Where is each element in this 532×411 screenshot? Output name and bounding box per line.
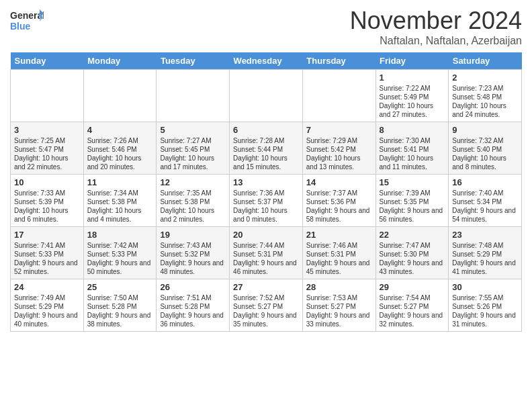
calendar-cell: 18Sunrise: 7:42 AMSunset: 5:33 PMDayligh… (83, 227, 157, 279)
day-number: 22 (380, 230, 445, 240)
day-number: 12 (160, 177, 226, 187)
cell-info: Sunrise: 7:28 AMSunset: 5:44 PMDaylight:… (233, 136, 299, 171)
cell-info: Sunrise: 7:26 AMSunset: 5:46 PMDaylight:… (87, 136, 153, 171)
calendar-cell: 3Sunrise: 7:25 AMSunset: 5:47 PMDaylight… (11, 122, 84, 175)
header-sunday: Sunday (11, 52, 84, 70)
calendar-header-row: Sunday Monday Tuesday Wednesday Thursday… (11, 52, 522, 70)
cell-info: Sunrise: 7:43 AMSunset: 5:32 PMDaylight:… (160, 241, 226, 276)
day-number: 5 (160, 125, 226, 135)
calendar-cell: 16Sunrise: 7:40 AMSunset: 5:34 PMDayligh… (449, 175, 522, 227)
calendar-cell (83, 70, 157, 122)
cell-info: Sunrise: 7:35 AMSunset: 5:38 PMDaylight:… (160, 189, 226, 224)
calendar-cell: 12Sunrise: 7:35 AMSunset: 5:38 PMDayligh… (157, 175, 230, 227)
calendar-cell: 20Sunrise: 7:44 AMSunset: 5:31 PMDayligh… (230, 227, 303, 279)
day-number: 8 (380, 125, 445, 135)
calendar-cell: 26Sunrise: 7:51 AMSunset: 5:28 PMDayligh… (157, 279, 230, 332)
logo-icon: General Blue (10, 7, 44, 35)
cell-info: Sunrise: 7:34 AMSunset: 5:38 PMDaylight:… (87, 189, 153, 224)
calendar-cell: 13Sunrise: 7:36 AMSunset: 5:37 PMDayligh… (230, 175, 303, 227)
cell-info: Sunrise: 7:30 AMSunset: 5:41 PMDaylight:… (380, 136, 445, 171)
cell-info: Sunrise: 7:39 AMSunset: 5:35 PMDaylight:… (380, 189, 445, 224)
cell-info: Sunrise: 7:29 AMSunset: 5:42 PMDaylight:… (306, 136, 372, 171)
day-number: 27 (233, 282, 299, 292)
day-number: 20 (233, 230, 299, 240)
cell-info: Sunrise: 7:52 AMSunset: 5:27 PMDaylight:… (233, 293, 299, 328)
svg-text:Blue: Blue (10, 21, 31, 32)
calendar-cell: 15Sunrise: 7:39 AMSunset: 5:35 PMDayligh… (375, 175, 449, 227)
calendar-cell: 28Sunrise: 7:53 AMSunset: 5:27 PMDayligh… (302, 279, 375, 332)
day-number: 30 (452, 282, 518, 292)
day-number: 16 (452, 177, 518, 187)
day-number: 1 (380, 73, 445, 83)
calendar-cell: 4Sunrise: 7:26 AMSunset: 5:46 PMDaylight… (83, 122, 157, 175)
logo: General Blue (10, 7, 44, 35)
header-wednesday: Wednesday (230, 52, 303, 70)
cell-info: Sunrise: 7:23 AMSunset: 5:48 PMDaylight:… (452, 84, 518, 119)
cell-info: Sunrise: 7:37 AMSunset: 5:36 PMDaylight:… (306, 189, 372, 224)
calendar-cell: 25Sunrise: 7:50 AMSunset: 5:28 PMDayligh… (83, 279, 157, 332)
day-number: 13 (233, 177, 299, 187)
calendar-cell: 9Sunrise: 7:32 AMSunset: 5:40 PMDaylight… (449, 122, 522, 175)
day-number: 18 (87, 230, 153, 240)
calendar-week-row: 3Sunrise: 7:25 AMSunset: 5:47 PMDaylight… (11, 122, 522, 175)
svg-text:General: General (10, 10, 44, 21)
cell-info: Sunrise: 7:49 AMSunset: 5:29 PMDaylight:… (14, 293, 80, 328)
cell-info: Sunrise: 7:42 AMSunset: 5:33 PMDaylight:… (87, 241, 153, 276)
calendar-cell: 29Sunrise: 7:54 AMSunset: 5:27 PMDayligh… (375, 279, 449, 332)
header-friday: Friday (375, 52, 449, 70)
calendar-cell: 2Sunrise: 7:23 AMSunset: 5:48 PMDaylight… (449, 70, 522, 122)
page-container: General Blue November 2024 Naftalan, Naf… (0, 0, 532, 338)
location-title: Naftalan, Naftalan, Azerbaijan (350, 35, 522, 47)
calendar-cell: 5Sunrise: 7:27 AMSunset: 5:45 PMDaylight… (157, 122, 230, 175)
cell-info: Sunrise: 7:47 AMSunset: 5:30 PMDaylight:… (380, 241, 445, 276)
cell-info: Sunrise: 7:40 AMSunset: 5:34 PMDaylight:… (452, 189, 518, 224)
day-number: 17 (14, 230, 80, 240)
day-number: 29 (380, 282, 445, 292)
day-number: 7 (306, 125, 372, 135)
header-monday: Monday (83, 52, 157, 70)
day-number: 10 (14, 177, 80, 187)
calendar-cell: 17Sunrise: 7:41 AMSunset: 5:33 PMDayligh… (11, 227, 84, 279)
calendar-cell: 8Sunrise: 7:30 AMSunset: 5:41 PMDaylight… (375, 122, 449, 175)
calendar-cell (302, 70, 375, 122)
cell-info: Sunrise: 7:50 AMSunset: 5:28 PMDaylight:… (87, 293, 153, 328)
day-number: 28 (306, 282, 372, 292)
calendar-cell: 1Sunrise: 7:22 AMSunset: 5:49 PMDaylight… (375, 70, 449, 122)
calendar-cell: 21Sunrise: 7:46 AMSunset: 5:31 PMDayligh… (302, 227, 375, 279)
calendar-cell: 10Sunrise: 7:33 AMSunset: 5:39 PMDayligh… (11, 175, 84, 227)
calendar-cell: 23Sunrise: 7:48 AMSunset: 5:29 PMDayligh… (449, 227, 522, 279)
cell-info: Sunrise: 7:44 AMSunset: 5:31 PMDaylight:… (233, 241, 299, 276)
cell-info: Sunrise: 7:55 AMSunset: 5:26 PMDaylight:… (452, 293, 518, 328)
calendar-cell: 27Sunrise: 7:52 AMSunset: 5:27 PMDayligh… (230, 279, 303, 332)
calendar-cell: 7Sunrise: 7:29 AMSunset: 5:42 PMDaylight… (302, 122, 375, 175)
month-title: November 2024 (350, 7, 522, 35)
calendar-cell (157, 70, 230, 122)
calendar-cell (230, 70, 303, 122)
day-number: 19 (160, 230, 226, 240)
cell-info: Sunrise: 7:36 AMSunset: 5:37 PMDaylight:… (233, 189, 299, 224)
calendar-cell: 14Sunrise: 7:37 AMSunset: 5:36 PMDayligh… (302, 175, 375, 227)
day-number: 23 (452, 230, 518, 240)
day-number: 15 (380, 177, 445, 187)
day-number: 26 (160, 282, 226, 292)
calendar-cell: 24Sunrise: 7:49 AMSunset: 5:29 PMDayligh… (11, 279, 84, 332)
header-tuesday: Tuesday (157, 52, 230, 70)
title-block: November 2024 Naftalan, Naftalan, Azerba… (350, 7, 522, 47)
calendar-cell: 30Sunrise: 7:55 AMSunset: 5:26 PMDayligh… (449, 279, 522, 332)
cell-info: Sunrise: 7:27 AMSunset: 5:45 PMDaylight:… (160, 136, 226, 171)
day-number: 3 (14, 125, 80, 135)
calendar-table: Sunday Monday Tuesday Wednesday Thursday… (10, 52, 522, 332)
day-number: 24 (14, 282, 80, 292)
cell-info: Sunrise: 7:53 AMSunset: 5:27 PMDaylight:… (306, 293, 372, 328)
calendar-week-row: 1Sunrise: 7:22 AMSunset: 5:49 PMDaylight… (11, 70, 522, 122)
header-thursday: Thursday (302, 52, 375, 70)
cell-info: Sunrise: 7:54 AMSunset: 5:27 PMDaylight:… (380, 293, 445, 328)
day-number: 9 (452, 125, 518, 135)
cell-info: Sunrise: 7:48 AMSunset: 5:29 PMDaylight:… (452, 241, 518, 276)
day-number: 6 (233, 125, 299, 135)
calendar-cell (11, 70, 84, 122)
day-number: 14 (306, 177, 372, 187)
header-saturday: Saturday (449, 52, 522, 70)
header: General Blue November 2024 Naftalan, Naf… (10, 7, 522, 47)
calendar-week-row: 17Sunrise: 7:41 AMSunset: 5:33 PMDayligh… (11, 227, 522, 279)
